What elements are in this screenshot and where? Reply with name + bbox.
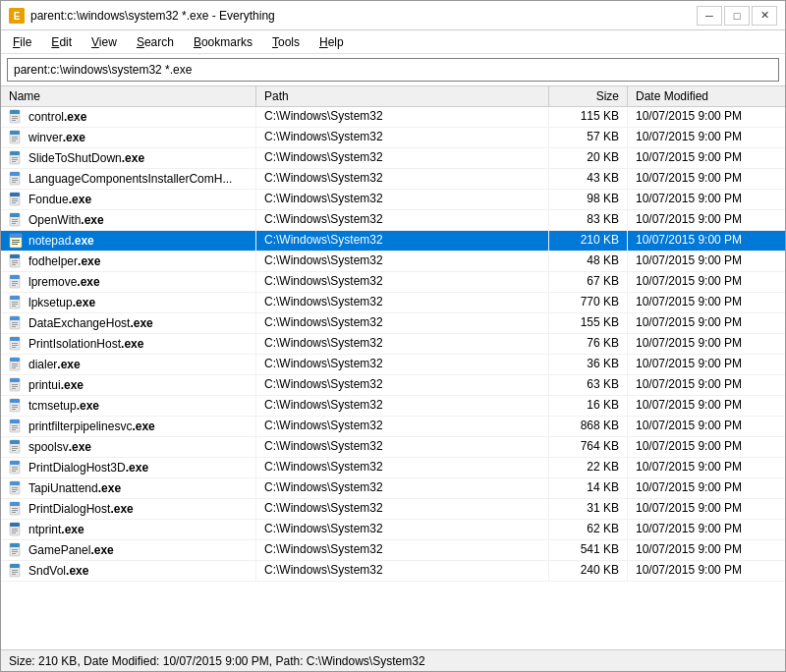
svg-rect-41 bbox=[12, 264, 16, 265]
table-row[interactable]: lpksetup.exeC:\Windows\System32770 KB10/… bbox=[1, 293, 785, 313]
table-row[interactable]: LanguageComponentsInstallerComH...C:\Win… bbox=[1, 169, 785, 190]
table-row[interactable]: SndVol.exeC:\Windows\System32240 KB10/07… bbox=[1, 561, 785, 582]
svg-rect-100 bbox=[12, 510, 18, 511]
file-icon bbox=[9, 480, 25, 496]
svg-rect-106 bbox=[12, 532, 16, 533]
file-icon bbox=[9, 439, 25, 455]
svg-rect-115 bbox=[12, 572, 18, 573]
menu-help[interactable]: Help bbox=[311, 33, 352, 51]
table-row[interactable]: tcmsetup.exeC:\Windows\System3216 KB10/0… bbox=[1, 396, 785, 417]
svg-rect-4 bbox=[12, 116, 18, 117]
file-date-cell: 10/07/2015 9:00 PM bbox=[628, 355, 785, 374]
maximize-button[interactable]: □ bbox=[724, 6, 750, 26]
menu-edit[interactable]: Edit bbox=[43, 33, 80, 51]
file-icon bbox=[9, 171, 25, 187]
table-row[interactable]: Fondue.exeC:\Windows\System3298 KB10/07/… bbox=[1, 190, 785, 210]
file-size-cell: 20 KB bbox=[549, 148, 628, 168]
svg-rect-53 bbox=[10, 316, 20, 320]
svg-text:E: E bbox=[14, 11, 21, 22]
table-row[interactable]: lpremove.exeC:\Windows\System3267 KB10/0… bbox=[1, 272, 785, 293]
file-name-text: ntprint.exe bbox=[28, 523, 84, 536]
svg-rect-84 bbox=[12, 446, 18, 447]
svg-rect-35 bbox=[12, 242, 20, 243]
col-header-date[interactable]: Date Modified bbox=[628, 86, 785, 106]
svg-rect-58 bbox=[10, 337, 20, 341]
menu-tools[interactable]: Tools bbox=[264, 33, 308, 51]
file-size-cell: 48 KB bbox=[549, 252, 628, 271]
file-name-cell: notepad.exe bbox=[1, 231, 256, 251]
table-row[interactable]: ntprint.exeC:\Windows\System3262 KB10/07… bbox=[1, 520, 785, 540]
file-path-cell: C:\Windows\System32 bbox=[256, 437, 549, 457]
file-date-cell: 10/07/2015 9:00 PM bbox=[628, 148, 785, 168]
table-row[interactable]: printfilterpipelinesvc.exeC:\Windows\Sys… bbox=[1, 417, 785, 437]
col-header-size[interactable]: Size bbox=[549, 86, 628, 106]
file-name-text: PrintDialogHost.exe bbox=[28, 502, 134, 516]
close-button[interactable]: ✕ bbox=[752, 6, 777, 26]
svg-rect-74 bbox=[12, 405, 18, 406]
svg-rect-98 bbox=[10, 502, 20, 506]
svg-rect-56 bbox=[12, 326, 16, 327]
file-name-cell: lpksetup.exe bbox=[1, 293, 256, 312]
table-row[interactable]: DataExchangeHost.exeC:\Windows\System321… bbox=[1, 313, 785, 334]
file-name-text: notepad.exe bbox=[28, 234, 94, 248]
svg-rect-101 bbox=[12, 512, 16, 513]
svg-rect-55 bbox=[12, 324, 18, 325]
file-path-cell: C:\Windows\System32 bbox=[256, 520, 549, 539]
file-path-cell: C:\Windows\System32 bbox=[256, 375, 549, 395]
file-icon bbox=[9, 212, 25, 228]
minimize-button[interactable]: ─ bbox=[697, 6, 722, 26]
table-row[interactable]: notepad.exeC:\Windows\System32210 KB10/0… bbox=[1, 231, 785, 252]
svg-rect-65 bbox=[12, 365, 18, 366]
file-name-cell: OpenWith.exe bbox=[1, 210, 256, 230]
menu-bookmarks[interactable]: Bookmarks bbox=[186, 33, 260, 51]
file-ext: .exe bbox=[77, 399, 99, 413]
file-size-cell: 16 KB bbox=[549, 396, 628, 416]
table-row[interactable]: dialer.exeC:\Windows\System3236 KB10/07/… bbox=[1, 355, 785, 375]
file-ext: .exe bbox=[121, 337, 143, 351]
svg-rect-54 bbox=[12, 322, 18, 323]
table-row[interactable]: PrintIsolationHost.exeC:\Windows\System3… bbox=[1, 334, 785, 355]
file-ext: .exe bbox=[81, 213, 103, 227]
title-bar: E parent:c:\windows\system32 *.exe - Eve… bbox=[1, 1, 785, 30]
svg-rect-11 bbox=[12, 140, 16, 141]
table-row[interactable]: SlideToShutDown.exeC:\Windows\System3220… bbox=[1, 148, 785, 169]
file-date-cell: 10/07/2015 9:00 PM bbox=[628, 520, 785, 539]
file-name-text: fodhelper.exe bbox=[28, 254, 100, 268]
file-size-cell: 541 KB bbox=[549, 540, 628, 560]
svg-rect-51 bbox=[12, 306, 16, 307]
svg-rect-86 bbox=[12, 450, 16, 451]
file-size-cell: 240 KB bbox=[549, 561, 628, 581]
table-row[interactable]: control.exeC:\Windows\System32115 KB10/0… bbox=[1, 107, 785, 128]
table-row[interactable]: winver.exeC:\Windows\System3257 KB10/07/… bbox=[1, 128, 785, 148]
table-row[interactable]: fodhelper.exeC:\Windows\System3248 KB10/… bbox=[1, 252, 785, 272]
table-row[interactable]: spoolsv.exeC:\Windows\System32764 KB10/0… bbox=[1, 437, 785, 458]
col-header-name[interactable]: Name bbox=[1, 86, 256, 106]
table-row[interactable]: printui.exeC:\Windows\System3263 KB10/07… bbox=[1, 375, 785, 396]
menu-file[interactable]: File bbox=[5, 33, 39, 51]
table-row[interactable]: OpenWith.exeC:\Windows\System3283 KB10/0… bbox=[1, 210, 785, 231]
svg-rect-39 bbox=[12, 260, 18, 261]
svg-rect-28 bbox=[10, 213, 20, 217]
search-input[interactable] bbox=[7, 58, 779, 82]
file-name-text: printfilterpipelinesvc.exe bbox=[28, 420, 155, 433]
svg-rect-80 bbox=[12, 427, 18, 428]
svg-rect-90 bbox=[12, 469, 18, 470]
file-size-cell: 770 KB bbox=[549, 293, 628, 312]
svg-rect-88 bbox=[10, 461, 20, 465]
file-name-cell: control.exe bbox=[1, 107, 256, 127]
file-date-cell: 10/07/2015 9:00 PM bbox=[628, 272, 785, 292]
table-row[interactable]: GamePanel.exeC:\Windows\System32541 KB10… bbox=[1, 540, 785, 561]
menu-search[interactable]: Search bbox=[129, 33, 182, 51]
table-row[interactable]: PrintDialogHost.exeC:\Windows\System3231… bbox=[1, 499, 785, 520]
file-ext: .exe bbox=[69, 193, 91, 206]
file-path-cell: C:\Windows\System32 bbox=[256, 540, 549, 560]
table-row[interactable]: PrintDialogHost3D.exeC:\Windows\System32… bbox=[1, 458, 785, 478]
table-row[interactable]: TapiUnattend.exeC:\Windows\System3214 KB… bbox=[1, 478, 785, 499]
col-header-path[interactable]: Path bbox=[256, 86, 549, 106]
search-bar bbox=[1, 54, 785, 86]
file-path-cell: C:\Windows\System32 bbox=[256, 190, 549, 209]
svg-rect-19 bbox=[12, 178, 18, 179]
file-ext: .exe bbox=[73, 296, 95, 309]
menu-view[interactable]: View bbox=[84, 33, 125, 51]
file-table[interactable]: Name Path Size Date Modified control.exe… bbox=[1, 86, 785, 649]
